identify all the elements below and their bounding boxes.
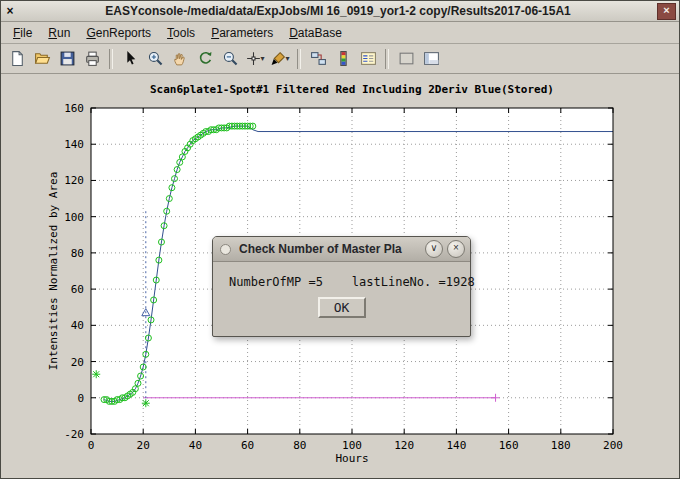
svg-text:200: 200 xyxy=(603,439,623,452)
show-plot-tools-icon xyxy=(423,50,440,67)
window-menu-icon[interactable]: × xyxy=(1,4,19,18)
print-icon xyxy=(84,50,101,67)
dialog-titlebar[interactable]: Check Number of Master Pla ∨ × xyxy=(213,237,470,262)
svg-text:20: 20 xyxy=(137,439,150,452)
toolbar-separator xyxy=(297,49,301,69)
svg-text:120: 120 xyxy=(394,439,414,452)
pan-hand-button[interactable] xyxy=(168,47,192,71)
titlebar[interactable]: × EASYconsole-/media/data/ExpJobs/MI 16_… xyxy=(1,1,679,22)
svg-text:-20: -20 xyxy=(64,428,84,441)
insert-legend-button[interactable] xyxy=(356,47,380,71)
print-figure-button[interactable] xyxy=(80,47,104,71)
svg-text:20: 20 xyxy=(71,356,84,369)
menubar: File Run GenReports Tools Parameters Dat… xyxy=(1,22,679,44)
dialog-message: NumberOfMP =5 lastLineNo. =1928 xyxy=(229,275,454,289)
menu-genreports[interactable]: GenReports xyxy=(78,24,159,42)
menu-database[interactable]: DataBase xyxy=(281,24,350,42)
svg-text:100: 100 xyxy=(64,211,84,224)
menu-file[interactable]: File xyxy=(5,24,40,42)
rotate-3d-button[interactable] xyxy=(193,47,217,71)
legend-icon xyxy=(360,50,377,67)
brush-button[interactable]: ▾ xyxy=(268,47,292,71)
save-figure-button[interactable] xyxy=(55,47,79,71)
svg-text:80: 80 xyxy=(71,247,84,260)
svg-text:140: 140 xyxy=(446,439,466,452)
toolbar-separator xyxy=(385,49,389,69)
svg-text:40: 40 xyxy=(189,439,202,452)
y-axis-label: Intensities Normalized by Area xyxy=(47,172,60,371)
dialog-collapse-button[interactable]: ∨ xyxy=(425,240,443,258)
svg-text:160: 160 xyxy=(64,102,84,115)
link-plots-button[interactable] xyxy=(306,47,330,71)
toolbar-separator xyxy=(109,49,113,69)
svg-text:160: 160 xyxy=(499,439,519,452)
new-file-button[interactable] xyxy=(5,47,29,71)
new-file-icon xyxy=(9,50,26,67)
app-window: { "window": { "title": "EASYconsole-/med… xyxy=(0,0,680,479)
hide-plot-tools-button[interactable] xyxy=(394,47,418,71)
link-plots-icon xyxy=(310,50,327,67)
window-close-button[interactable]: × xyxy=(657,3,676,20)
open-file-icon xyxy=(34,50,51,67)
svg-text:60: 60 xyxy=(71,283,84,296)
data-cursor-button[interactable]: ▾ xyxy=(243,47,267,71)
select-cursor-button[interactable] xyxy=(118,47,142,71)
dialog-title: Check Number of Master Pla xyxy=(239,242,421,256)
zoom-out-icon xyxy=(222,50,239,67)
chart-title: Scan6plate1-Spot#1 Filtered Red Includin… xyxy=(150,83,554,96)
toolbar: ▾ ▾ xyxy=(1,44,679,74)
menu-run[interactable]: Run xyxy=(40,24,78,42)
rotate-icon xyxy=(197,50,214,67)
svg-text:80: 80 xyxy=(293,439,306,452)
dialog-app-icon xyxy=(220,244,231,255)
svg-text:0: 0 xyxy=(88,439,95,452)
svg-text:0: 0 xyxy=(77,392,84,405)
show-plot-tools-button[interactable] xyxy=(419,47,443,71)
svg-text:40: 40 xyxy=(71,319,84,332)
menu-parameters[interactable]: Parameters xyxy=(203,24,281,42)
ok-button[interactable]: OK xyxy=(318,297,366,318)
svg-text:60: 60 xyxy=(241,439,254,452)
menu-tools[interactable]: Tools xyxy=(159,24,203,42)
figure-area: 020406080100120140160180200-200204060801… xyxy=(1,74,679,478)
save-icon xyxy=(59,50,76,67)
pan-hand-icon xyxy=(172,50,189,67)
dropdown-arrow-icon: ▾ xyxy=(260,54,264,63)
hide-plot-tools-icon xyxy=(398,50,415,67)
insert-colorbar-button[interactable] xyxy=(331,47,355,71)
svg-text:140: 140 xyxy=(64,138,84,151)
svg-text:120: 120 xyxy=(64,174,84,187)
zoom-in-icon xyxy=(147,50,164,67)
open-file-button[interactable] xyxy=(30,47,54,71)
dialog-body: NumberOfMP =5 lastLineNo. =1928 OK xyxy=(213,262,470,318)
dropdown-arrow-icon: ▾ xyxy=(285,54,289,63)
dialog-close-button[interactable]: × xyxy=(447,240,465,258)
svg-text:100: 100 xyxy=(342,439,362,452)
window-title: EASYconsole-/media/data/ExpJobs/MI 16_09… xyxy=(19,4,657,18)
x-axis-label: Hours xyxy=(335,452,368,465)
zoom-in-button[interactable] xyxy=(143,47,167,71)
check-number-dialog: Check Number of Master Pla ∨ × NumberOfM… xyxy=(212,236,471,337)
zoom-out-button[interactable] xyxy=(218,47,242,71)
cursor-arrow-icon xyxy=(122,50,139,67)
svg-text:180: 180 xyxy=(551,439,571,452)
colorbar-icon xyxy=(335,50,352,67)
